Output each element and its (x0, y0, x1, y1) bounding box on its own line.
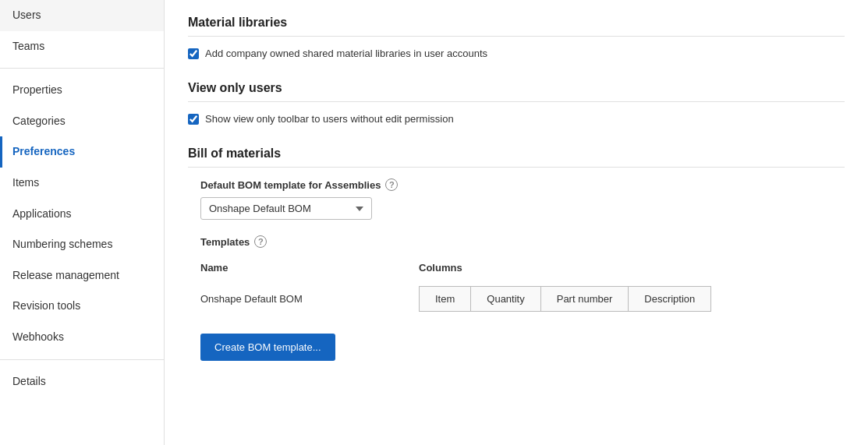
col-header-columns: Columns (419, 257, 845, 280)
sidebar-item-release-management[interactable]: Release management (0, 260, 164, 291)
sidebar-item-items[interactable]: Items (0, 168, 164, 199)
templates-label: Templates ? (200, 235, 845, 248)
view-only-users-title: View only users (188, 81, 845, 102)
column-tag-quantity: Quantity (470, 286, 540, 312)
row-columns: Item Quantity Part number Description (419, 280, 845, 318)
columns-cell: Item Quantity Part number Description (419, 286, 845, 312)
sidebar-item-webhooks[interactable]: Webhooks (0, 322, 164, 353)
view-only-users-checkbox-label: Show view only toolbar to users without … (205, 113, 454, 125)
templates-help-icon[interactable]: ? (254, 235, 267, 248)
sidebar-item-categories[interactable]: Categories (0, 106, 164, 137)
material-libraries-checkbox[interactable] (188, 48, 199, 59)
templates-table: Name Columns Onshape Default BOM (200, 257, 845, 318)
sidebar: Users Teams Properties Categories Prefer… (0, 0, 165, 445)
bill-of-materials-section: Bill of materials Default BOM template f… (188, 147, 845, 361)
main-content: Material libraries Add company owned sha… (165, 0, 868, 445)
sidebar-item-properties[interactable]: Properties (0, 75, 164, 106)
table-row: Onshape Default BOM Item Quantity (200, 280, 845, 318)
default-bom-help-icon[interactable]: ? (385, 178, 398, 191)
col-header-name: Name (200, 257, 419, 280)
sidebar-item-teams[interactable]: Teams (0, 31, 164, 62)
sidebar-divider-1 (0, 68, 164, 69)
material-libraries-section: Material libraries Add company owned sha… (188, 16, 845, 59)
sidebar-item-numbering-schemes[interactable]: Numbering schemes (0, 229, 164, 260)
sidebar-item-details[interactable]: Details (0, 366, 164, 397)
bill-of-materials-title: Bill of materials (188, 147, 845, 168)
view-only-users-section: View only users Show view only toolbar t… (188, 81, 845, 125)
view-only-users-checkbox[interactable] (188, 114, 199, 125)
default-bom-dropdown[interactable]: Onshape Default BOM (200, 197, 372, 220)
sidebar-item-users[interactable]: Users (0, 0, 164, 31)
column-tag-part-number: Part number (540, 286, 629, 312)
column-tag-description: Description (628, 286, 711, 312)
sidebar-item-revision-tools[interactable]: Revision tools (0, 291, 164, 322)
material-libraries-title: Material libraries (188, 16, 845, 37)
row-name: Onshape Default BOM (200, 280, 419, 318)
material-libraries-checkbox-row[interactable]: Add company owned shared material librar… (188, 48, 845, 59)
default-bom-label: Default BOM template for Assemblies ? (200, 178, 845, 191)
view-only-users-checkbox-row[interactable]: Show view only toolbar to users without … (188, 113, 845, 125)
sidebar-item-applications[interactable]: Applications (0, 199, 164, 230)
material-libraries-checkbox-label: Add company owned shared material librar… (205, 48, 487, 59)
sidebar-divider-2 (0, 359, 164, 360)
create-bom-button[interactable]: Create BOM template... (200, 334, 335, 361)
sidebar-item-preferences[interactable]: Preferences (0, 136, 164, 168)
column-tag-item: Item (419, 286, 470, 312)
